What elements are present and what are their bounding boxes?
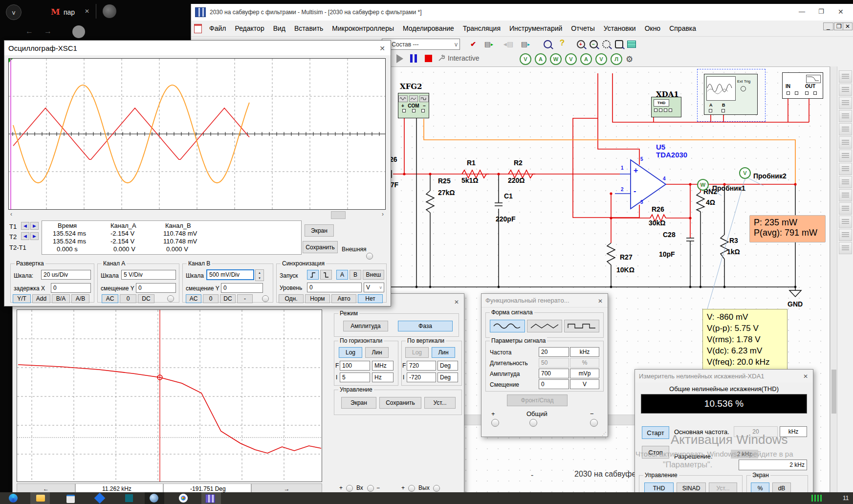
- bode-h-i-value[interactable]: 5: [340, 373, 370, 382]
- chb-ac-button[interactable]: AC: [186, 294, 201, 303]
- import-icon[interactable]: ◂▤: [503, 39, 514, 49]
- photos-icon[interactable]: [94, 493, 106, 504]
- mdi-minimize-icon[interactable]: _: [823, 22, 833, 30]
- multisim-taskbar-icon[interactable]: [205, 494, 215, 503]
- menu-tools[interactable]: Инструментарий: [505, 22, 567, 34]
- canvas-vscrollbar[interactable]: [830, 66, 837, 496]
- menu-edit[interactable]: Редактор: [230, 22, 268, 34]
- instrument-button[interactable]: [839, 163, 852, 175]
- bode-settings-button[interactable]: Уст...: [424, 397, 456, 409]
- audio-levels-tray-icon[interactable]: [811, 495, 822, 502]
- mdi-close-icon[interactable]: ✕: [843, 22, 853, 30]
- bode-v-f-value[interactable]: 720: [407, 361, 436, 371]
- instrument-button[interactable]: [839, 216, 852, 228]
- chb-scale-spinner[interactable]: ▲▼: [255, 269, 264, 281]
- window-close-button[interactable]: ✕: [838, 8, 844, 16]
- window-minimize-button[interactable]: —: [799, 8, 805, 15]
- menu-reports[interactable]: Отчеты: [567, 22, 599, 34]
- second-tab-icon[interactable]: [103, 4, 116, 18]
- zoom-area-icon[interactable]: [600, 39, 612, 49]
- timebase-scale-value[interactable]: 20 us/Div: [41, 270, 91, 280]
- scope-hscroll[interactable]: ‹ ›: [8, 211, 386, 219]
- cha-offset-value[interactable]: 0: [136, 283, 176, 293]
- probe-current-icon[interactable]: A: [535, 53, 547, 65]
- bode-v-lin-button[interactable]: Лин: [432, 347, 455, 358]
- fgen-freq-unit[interactable]: kHz: [570, 347, 599, 357]
- browser-tab-title[interactable]: пар: [64, 8, 75, 16]
- t1-right-button[interactable]: ▶: [30, 222, 39, 230]
- explorer-icon[interactable]: [36, 495, 45, 502]
- xfg2-component[interactable]: + COM −: [398, 93, 429, 118]
- probe-voltage-icon[interactable]: V: [520, 53, 531, 65]
- bode-phase-button[interactable]: Фаза: [398, 321, 453, 331]
- fgen-square-button[interactable]: [564, 320, 599, 332]
- sync-source-a-button[interactable]: A: [336, 270, 348, 280]
- cha-scale-value[interactable]: 5 V/Div: [121, 270, 176, 280]
- bode-v-f-unit[interactable]: Deg: [437, 361, 458, 371]
- xsc-component[interactable]: Ext Trig A B: [704, 74, 758, 115]
- t1-left-button[interactable]: ◀: [21, 222, 29, 230]
- fgen-resize-grip[interactable]: ⋰: [602, 431, 607, 437]
- menu-help[interactable]: Справка: [665, 22, 700, 34]
- bode-h-i-unit[interactable]: Hz: [372, 373, 394, 382]
- chb-dc-button[interactable]: DC: [220, 294, 236, 303]
- menu-file[interactable]: Файл: [205, 22, 230, 34]
- probe-power-icon[interactable]: W: [550, 53, 562, 65]
- chb-minus-button[interactable]: -: [237, 294, 253, 303]
- thd-res-value[interactable]: 2 kHz: [739, 460, 807, 470]
- chb-radio[interactable]: [262, 295, 269, 302]
- fgen-freq-value[interactable]: 20: [539, 347, 569, 357]
- probe-ref-icon[interactable]: V: [595, 53, 607, 65]
- instrument-button[interactable]: [839, 150, 852, 162]
- fgen-sine-button[interactable]: [490, 320, 525, 332]
- bode-screen-button[interactable]: Экран: [341, 397, 376, 409]
- briefcase-icon[interactable]: [66, 495, 75, 503]
- scope-scroll-left-icon[interactable]: ‹: [10, 211, 12, 218]
- t2-left-button[interactable]: ◀: [21, 232, 29, 240]
- movie-icon[interactable]: [125, 494, 133, 502]
- menu-window[interactable]: Окно: [640, 22, 665, 34]
- probe-settings-gear-icon[interactable]: ⚙: [626, 54, 633, 65]
- sync-source-ext-button[interactable]: Внеш: [363, 270, 384, 280]
- bode-h-f-value[interactable]: 100: [340, 361, 370, 371]
- instrument-button[interactable]: [839, 136, 852, 149]
- timebase-yt-button[interactable]: Y/T: [13, 294, 31, 303]
- run-button[interactable]: [396, 54, 403, 63]
- find-icon[interactable]: [542, 39, 553, 49]
- instrument-button[interactable]: [839, 70, 852, 83]
- t2-right-button[interactable]: ▶: [30, 232, 39, 240]
- scope-screen-button[interactable]: Экран: [305, 224, 334, 237]
- bode-v-i-value[interactable]: -720: [407, 373, 436, 382]
- scope-close-icon[interactable]: ✕: [378, 44, 387, 53]
- interactive-label[interactable]: Interactive: [448, 54, 480, 62]
- timebase-delay-value[interactable]: 0: [51, 283, 91, 293]
- zoom-in-icon[interactable]: +: [575, 39, 587, 49]
- fgen-amp-value[interactable]: 700: [539, 369, 569, 378]
- instrument-button[interactable]: [839, 84, 852, 96]
- bode-h-f-unit[interactable]: MHz: [372, 361, 394, 371]
- timebase-ba-button[interactable]: B/A: [52, 294, 70, 303]
- chb-zero-button[interactable]: 0: [203, 294, 219, 303]
- probe-va-icon[interactable]: A: [580, 53, 592, 65]
- scope-scroll-right-icon[interactable]: ›: [382, 211, 384, 218]
- bode-save-button[interactable]: Сохранить: [379, 397, 421, 409]
- sync-single-button[interactable]: Одн.: [279, 294, 304, 303]
- zoom-out-icon[interactable]: −: [588, 39, 599, 49]
- stop-button[interactable]: [425, 55, 432, 62]
- cha-radio[interactable]: [167, 295, 174, 302]
- bode-amplitude-button[interactable]: Амплитуда: [343, 321, 388, 331]
- bode-plotter-window[interactable]: ✕ Режим Амплитуда Фаза По горизонтали Lo…: [12, 293, 464, 496]
- menu-simulate[interactable]: Моделирование: [398, 22, 459, 34]
- cha-dc-button[interactable]: DC: [138, 294, 154, 303]
- timebase-add-button[interactable]: Add: [32, 294, 50, 303]
- instrument-button[interactable]: [839, 229, 852, 241]
- sync-falling-edge-icon[interactable]: [320, 270, 332, 280]
- sync-rising-edge-icon[interactable]: [307, 270, 319, 280]
- fullscreen-icon[interactable]: [626, 39, 637, 49]
- sync-level-unit[interactable]: Vv: [364, 283, 384, 292]
- sync-normal-button[interactable]: Норм: [305, 294, 330, 303]
- menu-mcu[interactable]: Микроконтроллеры: [328, 22, 398, 34]
- instrument-button[interactable]: [839, 242, 852, 254]
- sync-auto-button[interactable]: Авто: [331, 294, 356, 303]
- sync-source-b-button[interactable]: B: [350, 270, 361, 280]
